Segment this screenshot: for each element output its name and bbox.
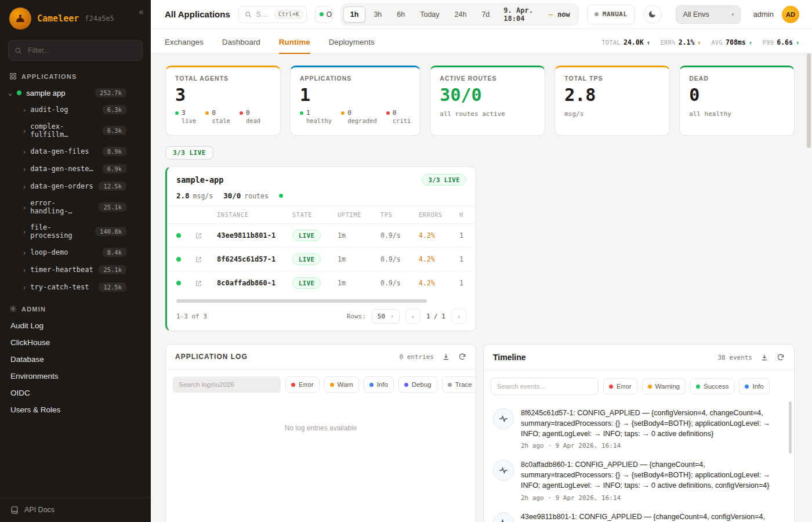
count-badge: 6.9k xyxy=(103,164,126,173)
sidebar-collapse-button[interactable]: « xyxy=(139,7,144,17)
live-filter-chip[interactable]: 3/3 LIVE xyxy=(165,146,213,160)
prev-page-button[interactable]: ‹ xyxy=(405,309,420,324)
avatar[interactable]: AD xyxy=(782,6,799,23)
status-dot xyxy=(341,111,345,115)
timeline-scrollbar[interactable] xyxy=(789,401,792,454)
filter-chip-success[interactable]: Success xyxy=(690,378,734,394)
sidebar-item-clickhouse[interactable]: ClickHouse xyxy=(0,334,151,351)
sidebar-item-database[interactable]: Database xyxy=(0,351,151,368)
sidebar-item-loop-demo[interactable]: ›loop-demo8.4k xyxy=(0,244,151,261)
next-page-button[interactable]: › xyxy=(451,309,466,324)
time-range-display[interactable]: 9. Apr. 18:04 — now xyxy=(498,6,576,23)
count-badge: 252.7k xyxy=(95,88,126,97)
online-label: O xyxy=(327,10,332,19)
filter-chip-trace[interactable]: Trace xyxy=(442,376,476,393)
dark-mode-toggle[interactable] xyxy=(643,5,662,24)
status-dot xyxy=(369,383,374,387)
chevron-right-icon: › xyxy=(23,126,26,135)
time-range-24h[interactable]: 24h xyxy=(448,6,474,23)
time-range-1h[interactable]: 1h xyxy=(343,6,366,23)
page-title: All Applications xyxy=(165,9,230,19)
breakdown-dead: 0dead xyxy=(240,109,260,124)
filter-chip-info[interactable]: Info xyxy=(739,378,769,394)
filter-chip-warning[interactable]: Warning xyxy=(642,378,686,394)
time-range-today[interactable]: Today xyxy=(413,6,446,23)
event-time: 2h ago · 9 Apr 2026, 16:14 xyxy=(521,442,784,449)
manual-mode-chip[interactable]: MANUAL xyxy=(587,5,635,24)
status-dot xyxy=(648,385,652,389)
empty-log-message: No log entries available xyxy=(166,424,476,432)
global-search-input[interactable] xyxy=(255,10,271,19)
event-time: 2h ago · 9 Apr 2026, 16:14 xyxy=(521,494,784,502)
trend-up-icon: ↑ xyxy=(647,39,650,46)
sidebar-item-try-catch-test[interactable]: ›try-catch-test12.5k xyxy=(0,278,151,296)
external-link-icon[interactable] xyxy=(194,255,203,264)
external-link-icon[interactable] xyxy=(194,231,203,240)
content-area: TOTAL AGENTS 3 3live 0stale 0dead APPLIC… xyxy=(151,54,812,522)
tab-runtime[interactable]: Runtime xyxy=(279,38,310,53)
list-item[interactable]: 43ee9811b801-1: CONFIG_APPLIED — {change… xyxy=(493,507,784,522)
list-item[interactable]: 8c0affadb860-1: CONFIG_APPLIED — {change… xyxy=(493,455,784,506)
chevron-down-icon: ▾ xyxy=(391,314,394,319)
tab-dashboard[interactable]: Dashboard xyxy=(222,38,260,53)
sidebar-item-data-gen-files[interactable]: ›data-gen-files8.9k xyxy=(0,143,151,160)
timeline-search-input[interactable] xyxy=(491,378,599,395)
download-icon[interactable] xyxy=(442,353,450,361)
count-badge: 12.5k xyxy=(99,182,126,191)
cameleer-logo-icon xyxy=(9,8,31,30)
sidebar-item-environments[interactable]: Environments xyxy=(0,368,151,385)
refresh-icon[interactable] xyxy=(458,353,466,361)
sidebar-item-timer-heartbeat[interactable]: ›timer-heartbeat25.1k xyxy=(0,261,151,278)
tab-exchanges[interactable]: Exchanges xyxy=(165,38,204,53)
log-search-input[interactable] xyxy=(173,376,281,393)
sidebar-item-oidc[interactable]: OIDC xyxy=(0,385,151,401)
external-link-icon[interactable] xyxy=(194,278,203,288)
online-status-chip[interactable]: O xyxy=(315,6,332,23)
time-range-6h[interactable]: 6h xyxy=(390,6,412,23)
chevron-down-icon[interactable]: ⌄ xyxy=(8,89,12,97)
tree-item-label: data-gen-files xyxy=(30,147,89,155)
filter-chip-error[interactable]: Error xyxy=(285,376,320,393)
table-row[interactable]: 8c0affadb860-1 LIVE 1m 0.9/s 4.2% 1 xyxy=(167,271,476,295)
filter-chip-debug[interactable]: Debug xyxy=(398,376,437,393)
time-range-3h[interactable]: 3h xyxy=(367,6,389,23)
book-icon xyxy=(10,506,19,514)
sidebar-item-data-gen-nested[interactable]: ›data-gen-neste…6.9k xyxy=(0,160,151,177)
page-scrollbar[interactable] xyxy=(807,53,811,148)
status-dot xyxy=(745,385,749,389)
manual-label: MANUAL xyxy=(603,10,628,18)
sidebar-item-api-docs[interactable]: API Docs xyxy=(0,497,151,522)
global-search[interactable]: Ctrl+K xyxy=(238,6,307,23)
sidebar-item-error-handling[interactable]: ›error-handling-…25.1k xyxy=(0,195,151,219)
tree-item-label: data-gen-orders xyxy=(30,182,93,190)
pulse-icon xyxy=(493,408,514,429)
sidebar-item-audit-log[interactable]: ›audit-log6.3k xyxy=(0,101,151,118)
card-total-tps: TOTAL TPS 2.8 msg/s xyxy=(554,66,670,136)
rows-per-page-select[interactable]: 50▾ xyxy=(372,309,400,324)
table-row[interactable]: 8f6245c61d57-1 LIVE 1m 0.9/s 4.2% 1 xyxy=(167,248,476,271)
admin-section-header: ADMIN xyxy=(0,296,151,317)
online-dot xyxy=(320,12,324,16)
env-select[interactable]: All Envs ▾ xyxy=(676,5,741,24)
sidebar-item-data-gen-orders[interactable]: ›data-gen-orders12.5k xyxy=(0,177,151,195)
filter-chip-error[interactable]: Error xyxy=(603,378,637,394)
list-item[interactable]: 8f6245c61d57-1: CONFIG_APPLIED — {config… xyxy=(493,403,784,455)
download-icon[interactable] xyxy=(760,353,768,361)
sidebar-item-sample-app[interactable]: ⌄ sample app 252.7k xyxy=(0,85,151,101)
sidebar-item-file-processing[interactable]: ›file-processing140.8k xyxy=(0,219,151,244)
live-status-badge: LIVE xyxy=(292,230,321,241)
filter-chip-warn[interactable]: Warn xyxy=(324,376,359,393)
sidebar-item-audit-log-admin[interactable]: Audit Log xyxy=(0,317,151,334)
table-row[interactable]: 43ee9811b801-1 LIVE 1m 0.9/s 4.2% 1 xyxy=(167,224,476,248)
sidebar-item-users-roles[interactable]: Users & Roles xyxy=(0,401,151,418)
sidebar-filter-input[interactable] xyxy=(27,46,136,55)
sidebar-item-complex-fulfillment[interactable]: ›complex-fulfillm…6.3k xyxy=(0,118,151,143)
filter-chip-info[interactable]: Info xyxy=(364,376,394,393)
username-label: admin xyxy=(753,10,774,19)
tab-deployments[interactable]: Deployments xyxy=(329,38,375,53)
row-range-label: 1-3 of 3 xyxy=(176,313,207,320)
panel-title: APPLICATION LOG xyxy=(175,353,248,361)
chevron-right-icon: › xyxy=(23,266,26,274)
refresh-icon[interactable] xyxy=(777,353,785,361)
time-range-7d[interactable]: 7d xyxy=(474,6,496,23)
